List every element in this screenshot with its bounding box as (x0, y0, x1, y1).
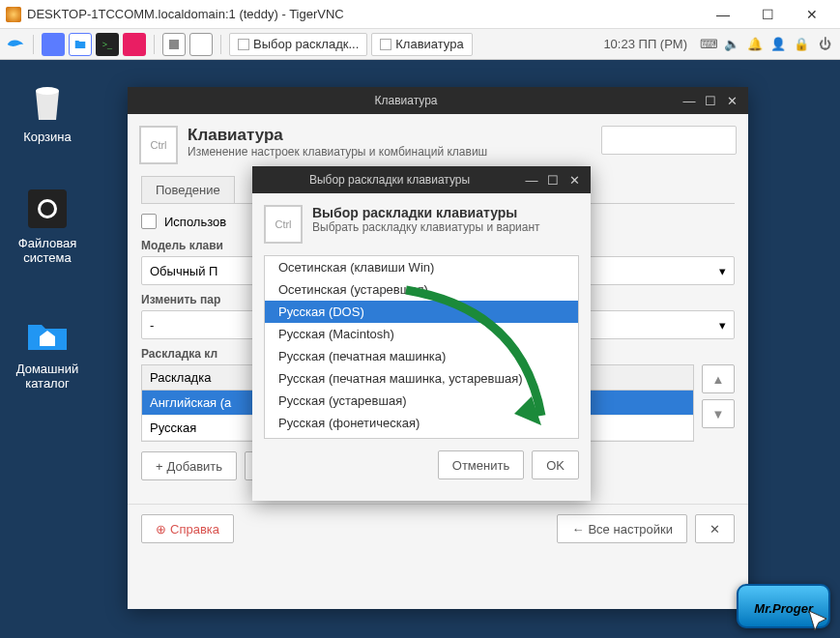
back-icon: ← (571, 522, 584, 536)
notification-icon[interactable]: 🔔 (745, 35, 765, 54)
dlg-header: Ctrl Выбор раскладки клавиатуры Выбрать … (252, 193, 591, 255)
list-item[interactable]: Русская (печатная машинка, устаревшая) (265, 367, 578, 390)
dlg-title: Выбор раскладки клавиатуры (258, 173, 521, 187)
kb-close-button[interactable]: ✕ (721, 90, 742, 111)
minimize-button[interactable]: — (701, 0, 745, 29)
dlg-titlebar[interactable]: Выбор раскладки клавиатуры — ☐ ✕ (252, 166, 591, 193)
use-system-defaults-label: Использов (164, 215, 226, 229)
home-label: Домашний каталог (14, 362, 81, 391)
filesystem-label: Файловая система (14, 236, 81, 265)
list-item[interactable]: Русская (фонетическая) (265, 412, 578, 434)
power-icon[interactable]: ⏻ (815, 35, 834, 54)
cursor-icon (805, 607, 834, 636)
kb-search-input[interactable] (601, 126, 737, 155)
list-item[interactable]: Русская (DOS) (265, 301, 578, 323)
kb-title: Клавиатура (133, 94, 679, 107)
list-item[interactable]: Осетинская (клавиши Win) (265, 256, 578, 278)
ctrl-key-icon: Ctrl (264, 205, 303, 244)
ctrl-key-icon: Ctrl (139, 126, 178, 164)
lock-icon[interactable]: 🔒 (792, 35, 811, 54)
close-icon: ✕ (710, 522, 720, 536)
filesystem-icon[interactable]: Файловая система (14, 186, 81, 265)
separator (154, 35, 155, 54)
chevron-down-icon: ▾ (719, 264, 726, 278)
use-system-defaults-checkbox[interactable] (141, 214, 157, 229)
task-layout-dialog[interactable]: Выбор раскладк... (229, 33, 367, 56)
lifebuoy-icon: ⊕ (156, 522, 166, 536)
layout-dialog: Выбор раскладки клавиатуры — ☐ ✕ Ctrl Вы… (252, 166, 591, 501)
kb-maximize-button[interactable]: ☐ (700, 90, 721, 111)
move-down-button[interactable]: ▼ (702, 399, 735, 428)
svg-point-0 (36, 87, 59, 95)
help-button[interactable]: ⊕Справка (141, 514, 234, 543)
trash-icon[interactable]: Корзина (14, 79, 81, 144)
move-up-button[interactable]: ▲ (702, 364, 735, 393)
tigervnc-icon (6, 7, 21, 22)
close-settings-button[interactable]: ✕ (695, 514, 735, 543)
list-item[interactable]: Русская (печатная машинка) (265, 345, 578, 367)
all-settings-button[interactable]: ←Все настройки (557, 514, 687, 543)
dlg-header-title: Выбор раскладки клавиатуры (312, 205, 540, 220)
task-keyboard-settings[interactable]: Клавиатура (371, 33, 472, 56)
app-button[interactable] (123, 33, 146, 56)
kb-header-title: Клавиатура (188, 126, 592, 145)
add-button[interactable]: +Добавить (141, 451, 237, 480)
list-item[interactable]: Русская (Macintosh) (265, 323, 578, 345)
kb-minimize-button[interactable]: — (679, 90, 700, 111)
watermark-logo: Mr.Proger (737, 584, 830, 628)
separator (33, 35, 34, 54)
kb-titlebar[interactable]: Клавиатура — ☐ ✕ (128, 87, 748, 114)
host-titlebar: DESKTOP-1TCCOMM.localdomain:1 (teddy) - … (0, 0, 840, 29)
show-desktop-button[interactable] (42, 33, 65, 56)
maximize-button[interactable]: ☐ (745, 0, 790, 29)
workspace-1[interactable] (162, 33, 186, 56)
xfce-panel: >_ Выбор раскладк... Клавиатура 10:23 ПП… (0, 29, 840, 60)
list-item[interactable]: Осетинская (устаревшая) (265, 278, 578, 301)
cancel-button[interactable]: Отменить (438, 450, 524, 479)
plus-icon: + (156, 459, 163, 474)
home-icon[interactable]: Домашний каталог (14, 311, 81, 391)
keyboard-layout-indicator[interactable]: ⌨ (699, 35, 718, 54)
dlg-close-button[interactable]: ✕ (564, 169, 585, 190)
dlg-maximize-button[interactable]: ☐ (542, 169, 564, 190)
clock[interactable]: 10:23 ПП (PM) (595, 37, 695, 51)
trash-label: Корзина (14, 130, 81, 144)
file-manager-button[interactable] (69, 33, 92, 56)
kb-header-sub: Изменение настроек клавиатуры и комбинац… (188, 145, 592, 159)
host-title: DESKTOP-1TCCOMM.localdomain:1 (teddy) - … (27, 7, 701, 21)
kali-logo-icon[interactable] (6, 35, 25, 54)
terminal-button[interactable]: >_ (96, 33, 119, 56)
separator (220, 35, 221, 54)
close-button[interactable]: ✕ (790, 0, 834, 29)
user-icon[interactable]: 👤 (768, 35, 788, 54)
tab-behaviour[interactable]: Поведение (141, 176, 235, 203)
list-item[interactable]: Русская (устаревшая) (265, 390, 578, 412)
dlg-header-sub: Выбрать раскладку клавиатуры и вариант (312, 220, 540, 234)
dlg-minimize-button[interactable]: — (521, 169, 542, 190)
chevron-down-icon: ▾ (719, 318, 726, 333)
volume-icon[interactable]: 🔈 (722, 35, 741, 54)
ok-button[interactable]: OK (532, 450, 579, 479)
layout-list[interactable]: Осетинская (клавиши Win) Осетинская (уст… (264, 255, 579, 439)
workspace-2[interactable] (189, 33, 213, 56)
